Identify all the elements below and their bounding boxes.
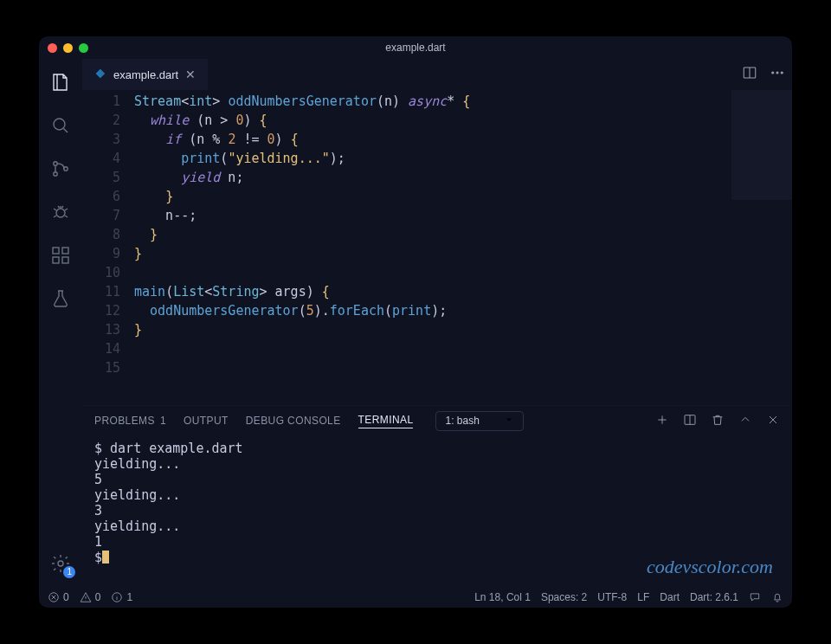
svg-point-0 xyxy=(54,119,65,130)
tab-bar: example.dart ✕ xyxy=(82,59,792,90)
tab-output[interactable]: OUTPUT xyxy=(184,415,229,427)
svg-point-2 xyxy=(54,172,57,176)
svg-point-4 xyxy=(56,209,65,217)
window-title: example.dart xyxy=(39,42,792,54)
code-content[interactable]: Stream<int> oddNumbersGenerator(n) async… xyxy=(134,90,731,405)
minimap[interactable] xyxy=(731,90,792,405)
svg-point-13 xyxy=(781,72,783,74)
svg-rect-5 xyxy=(53,248,59,254)
feedback-icon[interactable] xyxy=(749,591,761,603)
code-editor[interactable]: 123456789101112131415 Stream<int> oddNum… xyxy=(82,90,792,405)
status-bar: 0 0 1 Ln 18, Col 1 Spaces: 2 UTF-8 LF Da… xyxy=(39,587,792,608)
extensions-icon[interactable] xyxy=(49,244,72,267)
close-panel-icon[interactable] xyxy=(766,413,780,429)
svg-point-12 xyxy=(776,72,778,74)
kill-terminal-icon[interactable] xyxy=(711,413,725,429)
source-control-icon[interactable] xyxy=(49,158,72,180)
close-tab-icon[interactable]: ✕ xyxy=(185,68,196,81)
tab-example-dart[interactable]: example.dart ✕ xyxy=(82,59,209,90)
explorer-icon[interactable] xyxy=(49,71,72,93)
status-indentation[interactable]: Spaces: 2 xyxy=(541,591,587,603)
new-terminal-icon[interactable] xyxy=(655,413,669,429)
problems-count: 1 xyxy=(160,415,166,427)
maximize-panel-icon[interactable] xyxy=(738,413,752,429)
notifications-icon[interactable] xyxy=(771,591,783,603)
chevron-down-icon xyxy=(504,415,514,428)
testing-icon[interactable] xyxy=(49,287,72,310)
status-warnings[interactable]: 0 xyxy=(80,591,101,603)
status-cursor-position[interactable]: Ln 18, Col 1 xyxy=(474,591,531,603)
tab-debug-console[interactable]: DEBUG CONSOLE xyxy=(246,415,341,427)
settings-gear-icon[interactable]: 1 xyxy=(49,552,72,575)
svg-rect-6 xyxy=(53,257,59,263)
shell-label: 1: bash xyxy=(445,415,479,427)
tab-terminal[interactable]: TERMINAL xyxy=(358,414,414,428)
debug-icon[interactable] xyxy=(49,201,72,223)
status-eol[interactable]: LF xyxy=(637,591,649,603)
svg-point-11 xyxy=(772,72,774,74)
svg-point-9 xyxy=(58,561,63,566)
svg-rect-8 xyxy=(62,248,68,254)
more-actions-icon[interactable] xyxy=(770,65,785,84)
activity-bar: 1 xyxy=(39,59,82,587)
tab-problems[interactable]: PROBLEMS 1 xyxy=(94,415,166,427)
line-number-gutter: 123456789101112131415 xyxy=(82,90,134,405)
watermark: codevscolor.com xyxy=(647,556,773,578)
svg-point-1 xyxy=(54,162,57,165)
status-info[interactable]: 1 xyxy=(111,591,132,603)
tab-label: example.dart xyxy=(113,68,178,81)
svg-rect-7 xyxy=(62,257,68,263)
titlebar: example.dart xyxy=(39,36,792,59)
split-terminal-icon[interactable] xyxy=(683,413,697,429)
status-sdk[interactable]: Dart: 2.6.1 xyxy=(690,591,738,603)
problems-label: PROBLEMS xyxy=(94,415,155,427)
status-language[interactable]: Dart xyxy=(660,591,680,603)
dart-file-icon xyxy=(94,68,106,82)
settings-badge: 1 xyxy=(63,566,75,578)
terminal-shell-select[interactable]: 1: bash xyxy=(435,411,523,431)
status-errors[interactable]: 0 xyxy=(48,591,69,603)
search-icon[interactable] xyxy=(49,114,72,137)
status-encoding[interactable]: UTF-8 xyxy=(597,591,627,603)
split-editor-icon[interactable] xyxy=(742,65,757,84)
editor-window: example.dart xyxy=(39,36,792,608)
